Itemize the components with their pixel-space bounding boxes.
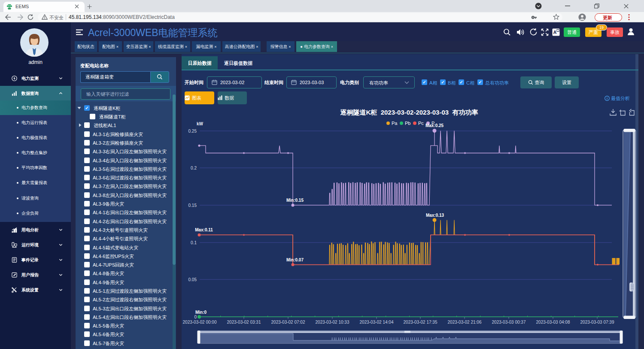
svg-text:2023-03-02 10:33: 2023-03-02 10:33 (316, 320, 349, 325)
svg-text:2023-03-02 00:00: 2023-03-02 00:00 (183, 320, 217, 325)
svg-text:A: A (553, 30, 557, 35)
svg-text:Min:0.07: Min:0.07 (286, 258, 304, 262)
svg-text:0.15: 0.15 (188, 203, 197, 208)
svg-text:0.2: 0.2 (191, 166, 197, 170)
svg-text:Min:0.15: Min:0.15 (286, 198, 304, 203)
svg-text:2023-03-02 17:35: 2023-03-02 17:35 (404, 320, 437, 325)
svg-text:2023-03-02 14:04: 2023-03-02 14:04 (360, 320, 394, 325)
svg-text:0.05: 0.05 (188, 277, 197, 282)
svg-text:逐桐隧道K柜 2023-03-02-2023-03-03: 逐桐隧道K柜 2023-03-02-2023-03-03 有功功率 (340, 109, 478, 116)
svg-text:kW: kW (197, 121, 204, 126)
svg-text:Max:0.25: Max:0.25 (425, 123, 444, 128)
svg-text:2023-03-03 07:39: 2023-03-03 07:39 (580, 320, 614, 325)
svg-text:2023-03-02 21:06: 2023-03-02 21:06 (448, 320, 482, 325)
svg-text:2023-03-03 00:37: 2023-03-03 00:37 (492, 320, 526, 325)
svg-text:Max:0.11: Max:0.11 (195, 228, 213, 232)
svg-text:Max:0.13: Max:0.13 (426, 213, 444, 218)
svg-text:2023-03-02 03:31: 2023-03-02 03:31 (227, 320, 261, 325)
svg-text:Pb: Pb (405, 121, 410, 126)
svg-text:Pa: Pa (392, 121, 398, 126)
svg-text:0.1: 0.1 (191, 240, 197, 245)
svg-text:0.25: 0.25 (188, 129, 197, 134)
svg-text:0: 0 (194, 315, 197, 319)
svg-text:Pc: Pc (418, 121, 424, 126)
svg-text:2023-03-03 04:08: 2023-03-03 04:08 (536, 320, 570, 325)
svg-text:2023-03-02 07:02: 2023-03-02 07:02 (271, 320, 305, 325)
svg-text:Min:0: Min:0 (195, 310, 207, 315)
